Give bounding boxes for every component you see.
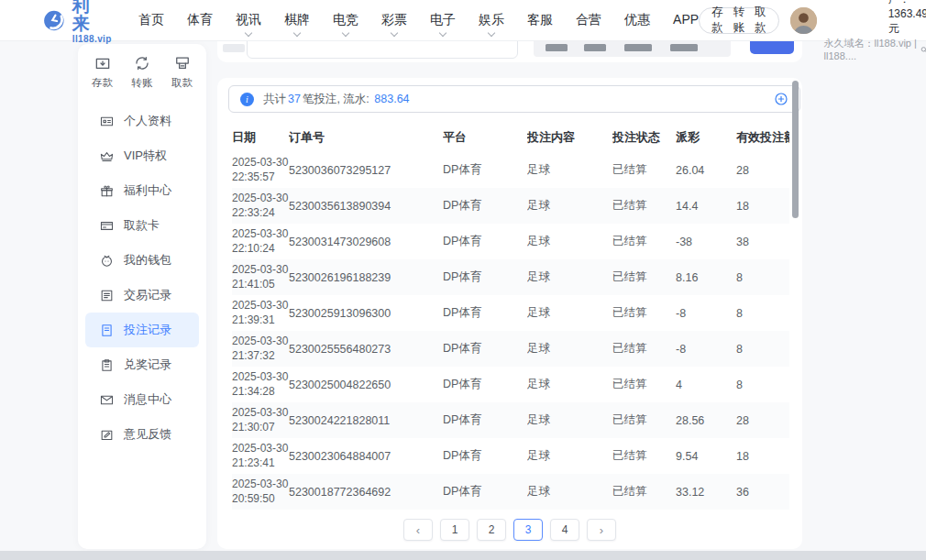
withdraw-icon	[173, 54, 192, 72]
brand-logo[interactable]: 利 来 ll188.vip	[42, 0, 116, 44]
sidebar-item-label: 取款卡	[124, 217, 160, 234]
transaction-icon	[99, 288, 115, 303]
cell-date: 2025-03-3021:23:41	[232, 442, 289, 470]
nav-item-0[interactable]: 首页	[138, 9, 164, 31]
sidebar-item-8[interactable]: 消息中心	[85, 382, 199, 417]
sidebar-item-2[interactable]: 福利中心	[85, 173, 199, 208]
page-button-1[interactable]: 1	[440, 519, 469, 541]
nav-item-7[interactable]: 娱乐	[479, 9, 504, 31]
page-button-2[interactable]: 2	[477, 519, 506, 541]
pill-action-1[interactable]: 转账	[733, 5, 745, 36]
cell-date: 2025-03-3022:10:24	[232, 227, 289, 256]
cell-valid-amount: 38	[736, 236, 789, 248]
nav-item-label: 优惠	[624, 12, 650, 27]
cell-payout: 9.54	[676, 450, 736, 463]
table-row: 2025-03-3021:39:315230025913096300DP体育足球…	[232, 295, 789, 331]
cell-status: 已结算	[612, 377, 676, 392]
nav-item-label: 视讯	[236, 12, 261, 27]
sidebar-quick-actions: 存款转账取款	[78, 44, 206, 90]
nav-item-label: 棋牌	[284, 12, 310, 27]
date-range-input[interactable]	[247, 40, 518, 59]
sidebar-item-6[interactable]: 投注记录	[85, 313, 199, 347]
page-button-3[interactable]: 3	[513, 519, 543, 541]
column-header: 派彩	[676, 129, 736, 146]
cell-date: 2025-03-3021:30:07	[232, 406, 289, 434]
filter-tab-fragment	[670, 44, 698, 51]
circle-plus-icon[interactable]	[774, 92, 788, 106]
top-header: 利 来 ll188.vip 首页体育视讯棋牌电竞彩票电子娱乐客服合营优惠APP …	[0, 0, 926, 41]
pill-action-0[interactable]: 存款	[711, 5, 723, 36]
cell-content: 足球	[527, 234, 612, 249]
cell-content: 足球	[527, 448, 612, 464]
brand-name: 利 来	[72, 0, 116, 32]
nav-item-9[interactable]: 合营	[576, 9, 601, 31]
nav-item-11[interactable]: APP	[673, 9, 699, 31]
cell-valid-amount: 28	[736, 414, 789, 427]
cell-order: 5230025004822650	[289, 379, 443, 391]
cell-platform: DP体育	[443, 341, 527, 357]
cell-platform: DP体育	[443, 269, 527, 285]
nav-item-label: 娱乐	[479, 12, 504, 27]
cell-payout: -8	[676, 343, 736, 356]
sidebar-item-3[interactable]: 取款卡	[85, 208, 199, 243]
filter-tab-fragment	[546, 44, 568, 51]
search-icon[interactable]	[920, 45, 926, 55]
nav-item-4[interactable]: 电竞	[333, 9, 358, 31]
cell-valid-amount: 8	[736, 271, 789, 284]
sidebar-item-5[interactable]: 交易记录	[85, 278, 199, 313]
table-row: 2025-03-3022:33:245230035613890394DP体育足球…	[232, 188, 789, 224]
sidebar-item-0[interactable]: 个人资料	[85, 104, 199, 138]
nav-item-label: 电竞	[333, 12, 358, 27]
cell-content: 足球	[527, 269, 612, 285]
column-header: 投注内容	[527, 129, 612, 146]
cell-content: 足球	[527, 198, 612, 214]
chevron-down-icon	[342, 29, 349, 37]
quick-action-0[interactable]: 存款	[92, 54, 113, 90]
column-header: 投注状态	[612, 129, 676, 146]
filter-tab-fragment	[624, 44, 652, 51]
cell-date: 2025-03-3021:39:31	[232, 299, 289, 327]
nav-item-label: 首页	[138, 12, 164, 27]
brand-logo-icon	[42, 6, 66, 35]
nav-item-2[interactable]: 视讯	[236, 9, 261, 31]
cell-valid-amount: 18	[736, 200, 789, 213]
cell-payout: 28.56	[676, 414, 736, 427]
nav-item-8[interactable]: 客服	[527, 9, 553, 31]
avatar[interactable]	[790, 7, 817, 34]
filter-tab-fragment	[584, 44, 606, 51]
sidebar-item-1[interactable]: VIP特权	[85, 138, 199, 173]
avatar-photo	[790, 7, 817, 34]
sidebar-item-9[interactable]: 意见反馈	[85, 417, 199, 452]
table-row: 2025-03-3022:35:575230036073295127DP体育足球…	[232, 152, 789, 188]
pill-action-2[interactable]: 取款	[755, 5, 766, 36]
column-header: 订单号	[289, 129, 443, 146]
nav-item-5[interactable]: 彩票	[381, 9, 407, 31]
cell-payout: 33.12	[676, 486, 736, 499]
sidebar-item-4[interactable]: 我的钱包	[85, 243, 199, 278]
quick-action-label: 取款	[171, 76, 193, 90]
quick-action-label: 存款	[92, 76, 113, 90]
sidebar-menu: 个人资料VIP特权福利中心取款卡我的钱包交易记录投注记录兑奖记录消息中心意见反馈	[78, 104, 206, 452]
sidebar-item-label: 兑奖记录	[124, 357, 171, 373]
user-line-1: anxin3399 总资产：1363.49元	[824, 0, 926, 37]
quick-action-1[interactable]: 转账	[132, 54, 153, 90]
nav-item-1[interactable]: 体育	[187, 9, 213, 31]
wallet-quick-pill: 存款转账取款	[699, 7, 779, 34]
sidebar-item-label: 意见反馈	[124, 426, 171, 443]
scrollbar-thumb[interactable]	[792, 81, 799, 218]
chevron-down-icon	[245, 29, 252, 37]
nav-item-6[interactable]: 电子	[430, 9, 456, 31]
nav-item-3[interactable]: 棋牌	[284, 9, 310, 31]
page-next-button[interactable]: ›	[587, 519, 616, 541]
deposit-icon	[94, 54, 112, 72]
cell-payout: 14.4	[676, 200, 736, 213]
sidebar-item-label: 我的钱包	[124, 252, 171, 269]
cell-content: 足球	[527, 162, 612, 178]
table-row: 2025-03-3021:37:325230025556480273DP体育足球…	[232, 331, 789, 367]
nav-item-10[interactable]: 优惠	[624, 9, 650, 31]
sidebar-item-7[interactable]: 兑奖记录	[85, 347, 199, 382]
quick-action-2[interactable]: 取款	[171, 54, 193, 90]
cell-content: 足球	[527, 412, 612, 428]
page-prev-button[interactable]: ‹	[403, 519, 433, 541]
page-button-4[interactable]: 4	[550, 519, 579, 541]
